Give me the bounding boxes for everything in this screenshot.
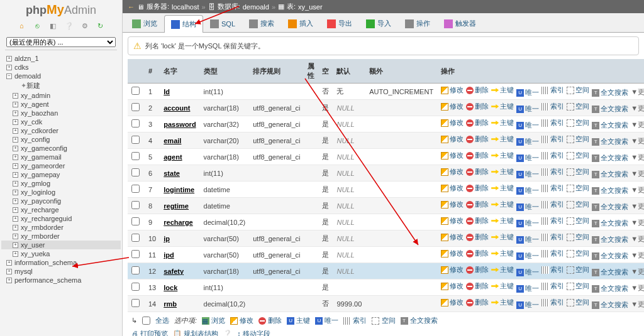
action-spatial[interactable]: 空间 (567, 85, 589, 95)
action-edit[interactable]: 修改 (441, 118, 464, 127)
tab-search[interactable]: 搜索 (242, 14, 281, 32)
more-dropdown[interactable]: ▼更多 (631, 300, 644, 308)
more-dropdown[interactable]: ▼更多 (631, 219, 644, 226)
expand-icon[interactable]: + (13, 128, 18, 134)
recent-tables[interactable]: (最近使用的表) ... (6, 37, 116, 47)
tree-item-cdks[interactable]: +cdks (1, 63, 121, 72)
action-unique[interactable]: U唯一 (516, 121, 539, 130)
action-edit[interactable]: 修改 (441, 249, 464, 258)
expand-icon[interactable]: + (13, 207, 18, 213)
tab-insert[interactable]: 插入 (281, 14, 320, 32)
action-fulltext[interactable]: T全文搜索 (592, 219, 628, 228)
action-spatial[interactable]: 空间 (567, 118, 589, 127)
action-unique[interactable]: U唯一 (516, 219, 539, 228)
action-edit[interactable]: 修改 (441, 232, 464, 242)
action-primary[interactable]: 主键 (491, 216, 514, 225)
bulk-primary[interactable]: U 主键 (287, 316, 310, 325)
settings-icon[interactable]: ⚙ (80, 22, 90, 32)
bulk-drop[interactable]: 删除 (258, 316, 282, 325)
action-index[interactable]: 索引 (541, 167, 564, 176)
expand-icon[interactable]: + (13, 119, 18, 125)
action-fulltext[interactable]: T全文搜索 (592, 300, 628, 310)
action-unique[interactable]: U唯一 (516, 202, 539, 212)
action-drop[interactable]: 删除 (466, 183, 489, 193)
action-index[interactable]: 索引 (541, 298, 564, 307)
action-index[interactable]: 索引 (541, 232, 564, 242)
more-dropdown[interactable]: ▼更多 (631, 88, 644, 95)
docs-icon[interactable]: ❔ (64, 22, 74, 32)
more-dropdown[interactable]: ▼更多 (631, 170, 644, 177)
action-drop[interactable]: 删除 (466, 118, 489, 127)
more-dropdown[interactable]: ▼更多 (631, 104, 644, 112)
action-index[interactable]: 索引 (541, 265, 564, 274)
propose-structure[interactable]: 📋 规划表结构 (173, 329, 218, 336)
breadcrumb-server[interactable]: localhost (172, 3, 199, 11)
bulk-spatial[interactable]: 空间 (372, 316, 395, 325)
action-primary[interactable]: 主键 (491, 265, 514, 274)
expand-icon[interactable]: + (13, 181, 18, 187)
tab-browse[interactable]: 浏览 (125, 14, 164, 32)
action-primary[interactable]: 主键 (491, 298, 514, 307)
action-drop[interactable]: 删除 (466, 200, 489, 209)
action-spatial[interactable]: 空间 (567, 200, 589, 209)
column-name[interactable]: email (164, 137, 181, 144)
breadcrumb-table[interactable]: xy_user (298, 3, 323, 11)
row-checkbox[interactable] (131, 299, 140, 307)
tree-item-xy_loginlog[interactable]: +xy_loginlog (1, 188, 121, 197)
action-unique[interactable]: U唯一 (516, 137, 539, 146)
more-dropdown[interactable]: ▼更多 (631, 202, 644, 210)
action-fulltext[interactable]: T全文搜索 (592, 88, 628, 97)
row-checkbox[interactable] (131, 168, 140, 176)
column-name[interactable]: logintime (164, 186, 194, 193)
action-edit[interactable]: 修改 (441, 151, 464, 160)
action-index[interactable]: 索引 (541, 118, 564, 127)
action-drop[interactable]: 删除 (466, 216, 489, 225)
row-checkbox[interactable] (131, 152, 140, 160)
expand-icon[interactable]: + (13, 172, 18, 178)
tree-item-xy_recharge[interactable]: +xy_recharge (1, 205, 121, 214)
action-drop[interactable]: 删除 (466, 265, 489, 274)
action-fulltext[interactable]: T全文搜索 (592, 170, 628, 179)
tree-item-performance_schema[interactable]: +performance_schema (1, 276, 121, 285)
tab-export[interactable]: 导出 (320, 14, 359, 32)
sql-icon[interactable]: ◧ (48, 22, 58, 32)
column-name[interactable]: rmb (164, 300, 177, 308)
expand-icon[interactable]: + (13, 163, 18, 169)
tree-item-xy_gameorder[interactable]: +xy_gameorder (1, 161, 121, 170)
expand-icon[interactable]: + (13, 93, 18, 99)
column-name[interactable]: Id (164, 88, 170, 95)
action-spatial[interactable]: 空间 (567, 134, 589, 144)
action-unique[interactable]: U唯一 (516, 300, 539, 310)
more-dropdown[interactable]: ▼更多 (631, 235, 644, 242)
expand-icon[interactable]: + (13, 198, 18, 204)
tree-item-xy_rmborder[interactable]: +xy_rmborder (1, 232, 121, 241)
action-primary[interactable]: 主键 (491, 134, 514, 144)
action-fulltext[interactable]: T全文搜索 (592, 121, 628, 130)
action-drop[interactable]: 删除 (466, 85, 489, 95)
action-spatial[interactable]: 空间 (567, 298, 589, 307)
action-drop[interactable]: 删除 (466, 249, 489, 258)
action-edit[interactable]: 修改 (441, 265, 464, 274)
action-drop[interactable]: 删除 (466, 102, 489, 111)
action-primary[interactable]: 主键 (491, 167, 514, 176)
action-fulltext[interactable]: T全文搜索 (592, 284, 628, 293)
action-index[interactable]: 索引 (541, 85, 564, 95)
row-checkbox[interactable] (131, 103, 140, 111)
expand-icon[interactable]: + (6, 269, 12, 274)
check-all[interactable] (142, 317, 150, 325)
expand-icon[interactable]: + (13, 137, 18, 143)
more-dropdown[interactable]: ▼更多 (631, 121, 644, 128)
tree-item-xy_cdkorder[interactable]: +xy_cdkorder (1, 126, 121, 135)
action-drop[interactable]: 删除 (466, 232, 489, 242)
bulk-unique[interactable]: U 唯一 (315, 316, 338, 325)
action-unique[interactable]: U唯一 (516, 186, 539, 195)
bulk-browse[interactable]: ▦ 浏览 (202, 316, 225, 325)
tree-item-xy_payconfig[interactable]: +xy_payconfig (1, 197, 121, 205)
action-spatial[interactable]: 空间 (567, 232, 589, 242)
tree-item-demoald[interactable]: −demoald (1, 72, 121, 80)
action-unique[interactable]: U唯一 (516, 268, 539, 277)
action-edit[interactable]: 修改 (441, 183, 464, 193)
action-index[interactable]: 索引 (541, 249, 564, 258)
row-checkbox[interactable] (131, 250, 140, 258)
action-spatial[interactable]: 空间 (567, 281, 589, 291)
